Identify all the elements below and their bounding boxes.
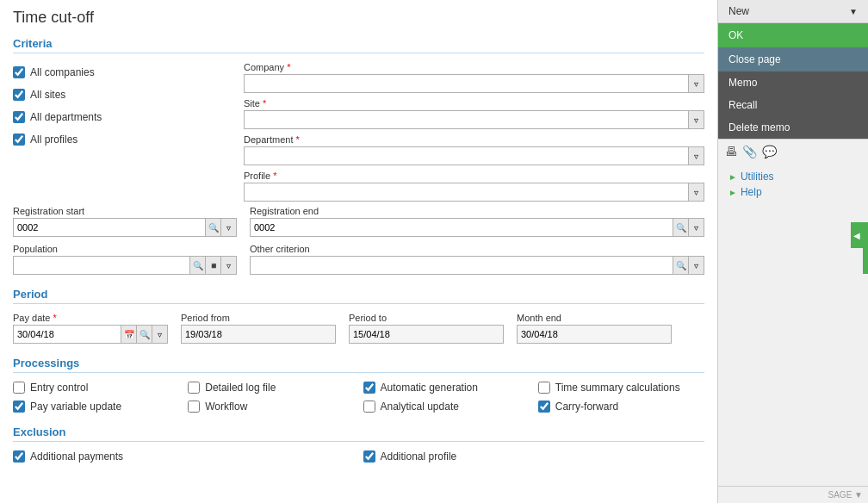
reg-start-search-btn[interactable]: 🔍 [206, 218, 221, 237]
collapse-toggle[interactable]: ◀ [851, 222, 863, 248]
department-lookup-btn[interactable]: ▿ [689, 146, 704, 165]
help-link[interactable]: ► Help [728, 186, 858, 198]
additional-profile-checkbox[interactable] [363, 450, 375, 463]
department-input-group: ▿ [244, 146, 704, 165]
department-input[interactable] [244, 146, 689, 165]
population-search-btn[interactable]: 🔍 [190, 256, 206, 275]
company-input[interactable] [244, 74, 689, 93]
all-profiles-checkbox[interactable] [13, 134, 25, 146]
profile-input[interactable] [244, 183, 689, 202]
chat-icon[interactable]: 💬 [762, 145, 777, 158]
auto-generation-checkbox[interactable] [363, 382, 375, 394]
carry-forward-row: Carry-forward [538, 401, 704, 413]
site-input[interactable] [244, 110, 689, 129]
left-checks: All companies All sites All departments … [13, 62, 237, 202]
utilities-label: Utilities [741, 171, 774, 183]
utilities-arrow: ► [728, 172, 737, 182]
other-criterion-search-btn[interactable]: 🔍 [673, 256, 689, 275]
sage-label-area: SAGE ▼ [718, 486, 868, 503]
pay-date-search-icon: 🔍 [140, 330, 150, 339]
reg-end-clear-btn[interactable]: ▿ [689, 218, 704, 237]
reg-start-clear-btn[interactable]: ▿ [221, 218, 237, 237]
other-criterion-field-row: Other criterion 🔍 ▿ [250, 244, 704, 275]
reg-start-label: Registration start [13, 206, 237, 216]
all-companies-checkbox[interactable] [13, 66, 25, 78]
pay-date-label: Pay date * [13, 313, 168, 323]
processings-section: Processings Entry control Detailed log f… [13, 357, 704, 413]
utilities-link[interactable]: ► Utilities [728, 171, 858, 183]
auto-generation-row: Automatic generation [363, 382, 530, 394]
recall-menu-item[interactable]: Recall [718, 94, 868, 116]
period-section: Period Pay date * 30/04/18 📅 🔍 ▿ Period … [13, 288, 704, 344]
new-label: New [728, 5, 749, 17]
processings-header: Processings [13, 357, 704, 373]
month-end-input-group: 30/04/18 [517, 325, 672, 344]
site-input-group: ▿ [244, 110, 704, 129]
pay-variable-checkbox[interactable] [13, 401, 25, 413]
sidebar-links: ► Utilities ► Help [718, 164, 868, 205]
analytical-update-row: Analytical update [363, 401, 530, 413]
all-departments-row: All departments [13, 111, 237, 123]
pay-date-clear-btn[interactable]: ▿ [152, 325, 168, 344]
population-field-row: Population 🔍 ◾ ▿ [13, 244, 237, 275]
population-label: Population [13, 244, 237, 254]
all-sites-checkbox[interactable] [13, 89, 25, 101]
profile-label: Profile * [244, 171, 704, 181]
sage-label: SAGE ▼ [828, 490, 863, 500]
population-clear-btn[interactable]: ▿ [221, 256, 237, 275]
all-departments-label: All departments [30, 111, 102, 123]
close-page-button[interactable]: Close page [718, 47, 868, 71]
analytical-update-checkbox[interactable] [363, 401, 375, 413]
all-departments-checkbox[interactable] [13, 111, 25, 123]
criteria-grid: All companies All sites All departments … [13, 62, 704, 202]
reg-end-input-group: 0002 🔍 ▿ [250, 218, 704, 237]
pay-date-cal-btn[interactable]: 📅 [121, 325, 137, 344]
workflow-checkbox[interactable] [188, 401, 200, 413]
carry-forward-checkbox[interactable] [538, 401, 550, 413]
print-icon[interactable]: 🖶 [725, 145, 737, 158]
pay-date-input[interactable]: 30/04/18 [13, 325, 121, 344]
entry-control-checkbox[interactable] [13, 382, 25, 394]
attach-icon[interactable]: 📎 [742, 145, 757, 158]
population-input-group: 🔍 ◾ ▿ [13, 256, 237, 275]
green-accent-bar [863, 222, 868, 274]
reg-end-search-btn[interactable]: 🔍 [673, 218, 689, 237]
additional-payments-checkbox[interactable] [13, 450, 25, 463]
all-profiles-label: All profiles [30, 134, 78, 146]
period-to-input[interactable]: 15/04/18 [349, 325, 504, 344]
new-dropdown-arrow[interactable]: ▼ [849, 7, 858, 16]
all-sites-label: All sites [30, 89, 65, 101]
memo-menu-item[interactable]: Memo [718, 71, 868, 94]
profile-lookup-btn[interactable]: ▿ [689, 183, 704, 202]
detailed-log-checkbox[interactable] [188, 382, 200, 394]
company-lookup-btn[interactable]: ▿ [689, 74, 704, 93]
pay-date-search-btn[interactable]: 🔍 [137, 325, 152, 344]
time-summary-row: Time summary calculations [538, 382, 704, 394]
search-icon-2: 🔍 [676, 223, 686, 233]
month-end-input[interactable]: 30/04/18 [517, 325, 672, 344]
site-field-row: Site * ▿ [244, 98, 704, 129]
period-to-input-group: 15/04/18 [349, 325, 504, 344]
reg-start-input[interactable]: 0002 [13, 218, 206, 237]
reg-end-input[interactable]: 0002 [250, 218, 673, 237]
period-from-input[interactable]: 19/03/18 [181, 325, 336, 344]
other-search-icon: 🔍 [676, 261, 686, 270]
other-criterion-clear-btn[interactable]: ▿ [689, 256, 704, 275]
other-criterion-input[interactable] [250, 256, 673, 275]
other-criterion-input-group: 🔍 ▿ [250, 256, 704, 275]
processings-row1: Entry control Detailed log file Automati… [13, 382, 704, 394]
criteria-section: Criteria All companies All sites All dep… [13, 37, 704, 275]
reg-row: Registration start 0002 🔍 ▿ Registration… [13, 206, 704, 237]
company-field-row: Company * ▿ [244, 62, 704, 93]
site-lookup-btn[interactable]: ▿ [689, 110, 704, 129]
population-input[interactable] [13, 256, 190, 275]
time-summary-checkbox[interactable] [538, 382, 550, 394]
auto-generation-label: Automatic generation [381, 382, 478, 394]
ok-button[interactable]: OK [718, 23, 868, 47]
department-field-row: Department * ▿ [244, 134, 704, 165]
carry-forward-label: Carry-forward [555, 401, 618, 413]
workflow-row: Workflow [188, 401, 354, 413]
all-companies-row: All companies [13, 66, 237, 78]
population-extra-btn[interactable]: ◾ [206, 256, 221, 275]
delete-memo-menu-item[interactable]: Delete memo [718, 116, 868, 139]
